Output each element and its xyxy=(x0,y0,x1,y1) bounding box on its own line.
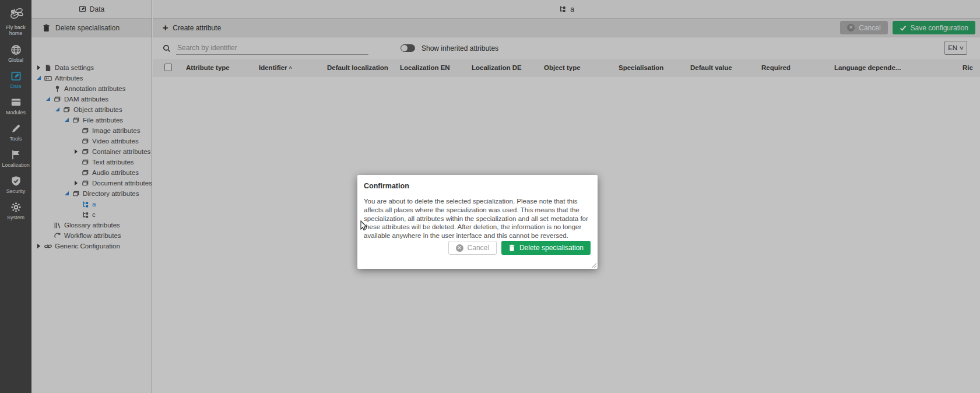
dialog-delete-button[interactable]: Delete specialisation xyxy=(501,241,591,255)
dialog-actions: ✕ Cancel Delete specialisation xyxy=(448,241,591,255)
dialog-cancel-label: Cancel xyxy=(468,244,489,252)
mouse-cursor xyxy=(360,220,368,231)
dialog-resize-handle[interactable] xyxy=(592,263,596,268)
dialog-cancel-button[interactable]: ✕ Cancel xyxy=(448,241,497,255)
app-window: Fly back home GlobalDataModulesToolsLoca… xyxy=(0,0,980,393)
dialog-delete-label: Delete specialisation xyxy=(519,244,584,252)
dialog-title: Confirmation xyxy=(364,182,589,190)
trash-icon xyxy=(508,244,515,251)
confirmation-dialog: Confirmation You are about to delete the… xyxy=(357,175,598,269)
dialog-cancel-circle-x-icon: ✕ xyxy=(456,244,463,252)
dialog-body-text: You are about to delete the selected spe… xyxy=(364,197,592,240)
